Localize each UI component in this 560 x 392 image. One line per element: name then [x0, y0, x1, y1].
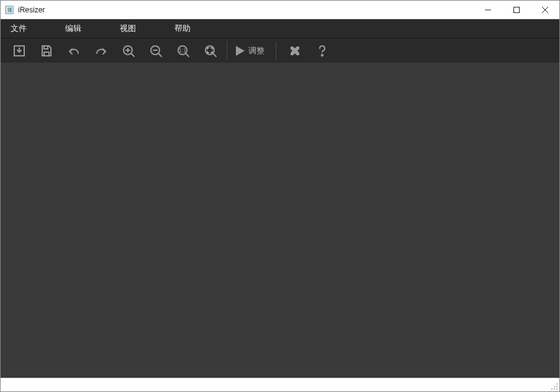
toolbar: 1:1 调整 — [1, 38, 559, 63]
window-title: iResizer — [18, 6, 45, 14]
close-icon — [287, 43, 302, 58]
zoom-in-icon — [121, 43, 136, 58]
svg-rect-6 — [514, 7, 520, 12]
menu-file[interactable]: 文件 — [4, 19, 33, 38]
zoom-fit-button[interactable] — [197, 39, 224, 63]
cancel-button[interactable] — [281, 39, 309, 63]
save-button[interactable] — [33, 39, 60, 63]
svg-line-17 — [159, 53, 162, 56]
toolbar-separator — [276, 42, 276, 60]
svg-point-28 — [554, 386, 555, 387]
help-icon — [315, 43, 330, 58]
menu-view[interactable]: 视图 — [114, 19, 142, 38]
undo-button[interactable] — [60, 39, 88, 63]
svg-rect-4 — [12, 7, 12, 12]
menubar: 文件 编辑 视图 帮助 — [1, 19, 559, 38]
open-file-icon — [12, 43, 27, 58]
svg-point-30 — [554, 388, 555, 390]
svg-point-25 — [322, 54, 323, 56]
zoom-out-button[interactable] — [142, 39, 169, 63]
titlebar: iResizer — [1, 1, 559, 19]
zoom-in-button[interactable] — [115, 39, 142, 63]
toolbar-separator — [227, 42, 227, 60]
close-button[interactable] — [531, 1, 559, 19]
menu-help[interactable]: 帮助 — [168, 19, 197, 38]
maximize-button[interactable] — [502, 1, 531, 19]
svg-line-13 — [132, 53, 135, 56]
undo-icon — [66, 43, 81, 58]
minimize-button[interactable] — [474, 1, 502, 19]
svg-point-27 — [556, 386, 558, 387]
svg-point-26 — [556, 383, 558, 385]
zoom-out-icon — [148, 43, 163, 58]
save-icon — [39, 43, 54, 58]
svg-marker-24 — [236, 46, 245, 56]
menu-edit[interactable]: 编辑 — [59, 19, 88, 38]
svg-rect-2 — [9, 7, 10, 12]
svg-point-31 — [551, 388, 553, 390]
statusbar — [1, 378, 559, 391]
run-label: 调整 — [248, 45, 264, 56]
svg-line-20 — [186, 53, 189, 56]
svg-point-29 — [556, 388, 558, 390]
svg-rect-11 — [44, 52, 49, 56]
zoom-fit-icon — [203, 43, 218, 58]
svg-rect-3 — [10, 7, 11, 12]
zoom-actual-icon: 1:1 — [176, 43, 191, 58]
canvas-area[interactable] — [1, 63, 559, 378]
app-icon — [4, 5, 14, 15]
redo-icon — [94, 43, 109, 58]
svg-rect-1 — [7, 7, 8, 12]
redo-button[interactable] — [88, 39, 115, 63]
svg-text:1:1: 1:1 — [179, 47, 187, 53]
resize-grip-icon[interactable] — [551, 383, 558, 390]
svg-line-23 — [214, 53, 217, 56]
run-button[interactable]: 调整 — [232, 39, 273, 63]
zoom-actual-button[interactable]: 1:1 — [169, 39, 197, 63]
play-icon — [232, 43, 247, 58]
open-file-button[interactable] — [6, 39, 33, 63]
svg-rect-10 — [44, 46, 48, 49]
help-button[interactable] — [309, 39, 336, 63]
